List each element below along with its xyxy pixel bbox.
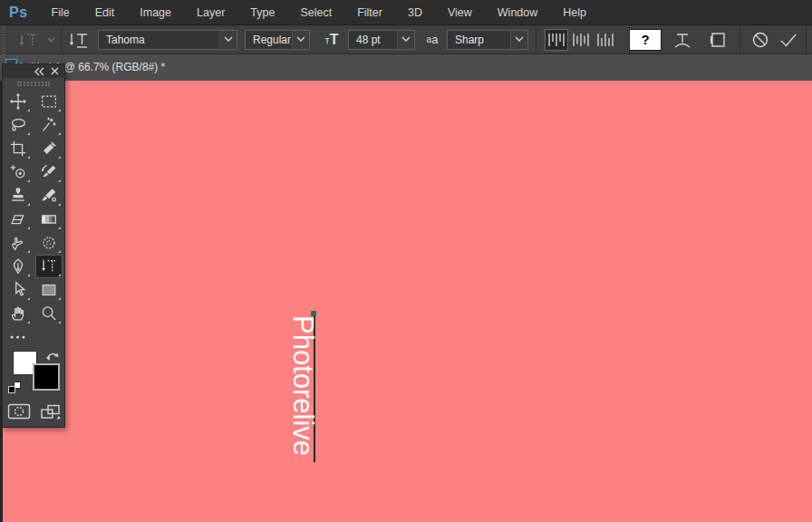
- options-divider: [61, 28, 62, 52]
- close-panel-icon[interactable]: [51, 67, 59, 75]
- pen-tool-icon: [8, 256, 28, 276]
- photoshop-logo: Ps: [0, 5, 39, 21]
- mixer-brush-tool[interactable]: [36, 185, 62, 207]
- red-eye-tool[interactable]: [5, 161, 31, 183]
- mixer-brush-tool-icon: [39, 186, 59, 206]
- eraser-tool[interactable]: [5, 208, 31, 230]
- align-bottom-button[interactable]: [594, 29, 617, 51]
- smudge-tool-icon: [8, 233, 28, 253]
- sponge-tool[interactable]: [36, 232, 62, 254]
- move-tool[interactable]: [5, 91, 31, 112]
- screen-mode-button[interactable]: [39, 403, 63, 421]
- warp-text-icon[interactable]: [670, 28, 695, 52]
- menu-view[interactable]: View: [435, 0, 485, 25]
- commit-edit-icon[interactable]: [776, 28, 801, 52]
- align-center-button[interactable]: [569, 29, 593, 51]
- align-top-button[interactable]: [545, 29, 568, 51]
- chevron-down-icon: [219, 31, 237, 49]
- canvas-area[interactable]: Photorelive: [0, 81, 812, 522]
- tools-panel-header[interactable]: [3, 64, 64, 78]
- history-brush-tool[interactable]: [36, 161, 62, 183]
- color-swatches: [3, 347, 66, 401]
- menu-file[interactable]: File: [39, 0, 82, 25]
- tool-preset-chevron-icon[interactable]: [44, 28, 57, 52]
- options-bar-grip[interactable]: [0, 25, 7, 54]
- menu-bar: Ps FileEditImageLayerTypeSelectFilter3DV…: [0, 0, 812, 25]
- edit-toolbar-icon: [8, 327, 28, 347]
- menu-window[interactable]: Window: [485, 0, 550, 25]
- font-size-value: 48 pt: [349, 34, 381, 46]
- menu-type[interactable]: Type: [237, 0, 287, 25]
- anti-alias-value: Sharp: [448, 34, 484, 46]
- font-size-select[interactable]: 48 pt: [348, 30, 415, 50]
- move-tool-icon: [8, 92, 28, 111]
- menu-select[interactable]: Select: [287, 0, 344, 25]
- history-brush-tool-icon: [39, 162, 59, 182]
- gradient-tool-icon: [39, 209, 59, 229]
- text-color-swatch[interactable]: ?: [629, 29, 662, 51]
- rectangular-marquee-tool-icon: [39, 92, 59, 111]
- red-eye-tool-icon: [8, 162, 28, 182]
- canvas-text-layer[interactable]: Photorelive: [289, 315, 317, 456]
- eyedropper-tool[interactable]: [36, 138, 62, 160]
- chevron-down-icon: [510, 31, 527, 49]
- lasso-tool-icon: [8, 115, 28, 135]
- magic-wand-tool-icon: [39, 115, 59, 135]
- tools-panel: [2, 63, 65, 428]
- menu-items: FileEditImageLayerTypeSelectFilter3DView…: [39, 0, 599, 25]
- direct-selection-tool-icon: [8, 280, 28, 300]
- clone-stamp-tool[interactable]: [5, 185, 31, 207]
- collapse-panel-icon[interactable]: [34, 67, 44, 76]
- menu-edit[interactable]: Edit: [82, 0, 128, 25]
- font-family-select[interactable]: Tahoma: [98, 30, 237, 50]
- document-tab-bar: Untitled-1 @ 66.7% (RGB/8#) *: [0, 54, 812, 81]
- swap-colors-icon[interactable]: [45, 350, 61, 363]
- font-style-value: Regular: [246, 34, 291, 46]
- gradient-tool[interactable]: [36, 208, 62, 230]
- menu-3d[interactable]: 3D: [395, 0, 435, 25]
- tool-grid: [3, 91, 64, 348]
- rectangle-tool-icon: [39, 280, 59, 300]
- font-style-select[interactable]: Regular: [245, 30, 310, 50]
- rectangle-tool[interactable]: [36, 279, 62, 301]
- toggle-text-orientation-icon[interactable]: [65, 28, 92, 52]
- chevron-down-icon: [397, 31, 414, 49]
- hand-tool-icon: [8, 304, 28, 324]
- direct-selection-tool[interactable]: [5, 279, 31, 301]
- font-size-icon: тT: [318, 28, 345, 52]
- options-divider: [536, 28, 536, 52]
- crop-tool[interactable]: [5, 138, 31, 160]
- options-divider: [806, 28, 807, 52]
- menu-help[interactable]: Help: [550, 0, 599, 25]
- menu-image[interactable]: Image: [127, 0, 184, 25]
- menu-filter[interactable]: Filter: [344, 0, 395, 25]
- tool-preset-picker-icon[interactable]: [14, 28, 44, 52]
- vertical-type-tool-icon: [39, 256, 59, 276]
- quick-mask-mode-button[interactable]: [7, 403, 31, 420]
- options-divider: [740, 28, 740, 52]
- anti-alias-select[interactable]: Sharp: [447, 30, 528, 50]
- menu-layer[interactable]: Layer: [184, 0, 237, 25]
- clone-stamp-tool-icon: [8, 186, 28, 206]
- toggle-panels-icon[interactable]: [705, 28, 730, 52]
- font-family-value: Tahoma: [99, 34, 145, 46]
- type-tool-options-bar: Tahoma Regular тT 48 pt aa Sharp: [0, 25, 812, 54]
- magic-wand-tool[interactable]: [36, 114, 62, 136]
- panel-drag-grip[interactable]: [3, 78, 64, 89]
- default-colors-icon[interactable]: [8, 386, 15, 393]
- lasso-tool[interactable]: [5, 114, 31, 136]
- hand-tool[interactable]: [5, 303, 31, 324]
- zoom-tool[interactable]: [36, 303, 62, 324]
- edit-toolbar[interactable]: [5, 326, 31, 348]
- vertical-type-tool[interactable]: [36, 256, 62, 277]
- crop-tool-icon: [8, 139, 28, 159]
- smudge-tool[interactable]: [5, 232, 31, 254]
- eraser-tool-icon: [8, 209, 28, 229]
- background-color-swatch[interactable]: [33, 363, 60, 391]
- anti-alias-icon: aa: [420, 28, 444, 52]
- eyedropper-tool-icon: [39, 139, 59, 159]
- rectangular-marquee-tool[interactable]: [36, 91, 62, 112]
- zoom-tool-icon: [39, 304, 59, 324]
- cancel-edit-icon[interactable]: [748, 28, 773, 52]
- pen-tool[interactable]: [5, 256, 31, 277]
